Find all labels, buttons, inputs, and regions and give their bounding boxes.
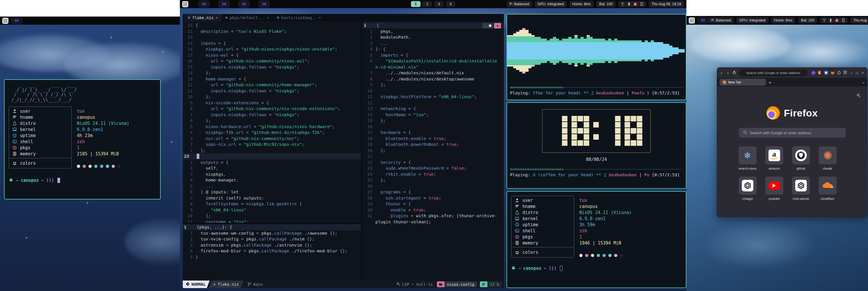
forward-button[interactable]: ›: [726, 70, 730, 75]
lsp-status: LSP ~ null-ls: [396, 282, 433, 287]
reload-button[interactable]: ⥁: [732, 70, 736, 76]
git-branch-indicator: main: [247, 282, 263, 287]
editor-tab-hosts-isoImag-[interactable]: ❄hosts/isoImag..×: [273, 14, 324, 21]
new-tab-button[interactable]: +: [769, 80, 771, 85]
fastfetch-value-shell: zsh: [77, 139, 129, 145]
chevron-down-icon[interactable]: ⌄: [862, 80, 865, 84]
workspace-3[interactable]: 3: [434, 1, 444, 7]
search-input[interactable]: Search with Google or enter address: [739, 128, 846, 138]
bar-clock[interactable]: Thu Aug 08, 18:18: [649, 1, 684, 7]
neovim-window[interactable]: ❄flake.nix×❄pkgs/default...×❄hosts/isoIm…: [183, 14, 504, 288]
shortcut-cloudflare[interactable]: cloudflare: [818, 177, 837, 200]
editor-vertical-split[interactable]: [361, 21, 363, 281]
shortcut-search.nixos[interactable]: ❄search.nixos: [738, 146, 757, 170]
gear-icon[interactable]: [856, 93, 861, 99]
battery-icon[interactable]: [640, 2, 644, 6]
editor-tab-flake-nix[interactable]: ❄flake.nix×: [185, 14, 221, 21]
shell-prompt[interactable]: → canopus ~ ))): [9, 177, 156, 183]
close-button[interactable]: ×: [862, 71, 864, 75]
editor-horizontal-split[interactable]: [183, 223, 361, 224]
extension-icon-home[interactable]: [837, 71, 841, 75]
app-launcher-icon[interactable]: [689, 18, 695, 24]
url-bar[interactable]: Search with Google or enter address: [739, 69, 808, 77]
shortcut-github[interactable]: github: [792, 146, 810, 170]
fastfetch-row: uptime: [12, 133, 68, 139]
code-line: 15 };: [363, 118, 504, 124]
shell-prompt[interactable]: → canopus ~ ))): [511, 265, 682, 271]
fastfetch-value-pkgs: 1: [579, 234, 632, 240]
bar-module[interactable]: Home: 8ms: [569, 1, 594, 7]
extension-icon-shield[interactable]: [824, 71, 828, 75]
code-line: 7 inherit (self) outputs;: [183, 195, 361, 201]
extension-icon-darkreader[interactable]: [818, 71, 822, 75]
wezterm-taskbar-icon[interactable]: $W: [11, 17, 22, 24]
terminal-cava[interactable]: =====================> Playing: ffee for…: [506, 14, 686, 100]
memory-icon: [12, 152, 17, 156]
code-line: 31 plugins = with pkgs.xfce; [thunar-arc…: [363, 213, 504, 219]
wezterm-taskbar-icon[interactable]: $W: [698, 17, 708, 24]
code-line: 2 tux-nvim-config = pkgs.callPackage ./n…: [183, 236, 361, 242]
bar-module[interactable]: Bat: 100: [798, 17, 817, 24]
code-line: 5 ...: [183, 183, 361, 190]
menu-icon[interactable]: [843, 70, 847, 75]
tab-close-icon[interactable]: ×: [267, 16, 270, 20]
editor-tab-pkgs-default-[interactable]: ❄pkgs/default...×: [222, 14, 273, 21]
fastfetch-row: user: [514, 197, 571, 203]
firefox-toolbar: ‹ › ⥁ Search with Google or enter addres…: [717, 68, 867, 78]
fastfetch-row: shell: [514, 228, 571, 234]
wezterm-taskbar-icon[interactable]: $W: [218, 1, 229, 7]
code-line: 10 };: [183, 94, 361, 100]
workspace-1[interactable]: 1: [411, 1, 421, 7]
workspace-4[interactable]: 4: [446, 1, 456, 7]
code-line: 21: [363, 153, 504, 159]
bar-clock[interactable]: Thu Aug 08, 18:39: [850, 17, 868, 24]
code-line: 27 programs = {: [363, 189, 504, 195]
extension-icon-metamask[interactable]: [831, 71, 835, 75]
shortcut-chatgpt[interactable]: chatgpt: [738, 177, 757, 200]
editor-pane-iso[interactable]: 1{1 pkgs,2 modulesPath,3 ...4}: {5 impor…: [363, 22, 504, 286]
wezterm-taskbar-icon[interactable]: $W: [198, 1, 210, 7]
minimize-button[interactable]: –: [850, 71, 852, 75]
fastfetch-label-box: userhnamedistrokerneluptimeshellpkgsmemo…: [9, 107, 72, 169]
tab-new-tab[interactable]: New Tab: [719, 79, 766, 86]
editor-pane-flake[interactable]: 22{21 description = "tux's NixOS Flake";…: [183, 22, 361, 223]
network-icon[interactable]: [822, 18, 826, 22]
wezterm-taskbar-icon[interactable]: $W: [239, 1, 249, 7]
pane-toggle-button[interactable]: [483, 23, 493, 28]
code-line: 6 "${modulesPath}/installer/cd-dvd/insta…: [363, 58, 504, 64]
shortcut-chat.openai[interactable]: chat.openai: [792, 177, 810, 200]
app-launcher-icon[interactable]: [182, 1, 188, 7]
pane-close-button[interactable]: ×: [494, 23, 501, 28]
palette-icon: [514, 250, 520, 255]
shortcut-amazon[interactable]: aamazon: [765, 146, 783, 170]
workspace-2[interactable]: 2: [423, 1, 432, 7]
firefox-window[interactable]: ‹ › ⥁ Search with Google or enter addres…: [717, 67, 867, 217]
tab-close-icon[interactable]: ×: [318, 16, 321, 20]
wezterm-taskbar-icon[interactable]: $W: [258, 1, 270, 7]
fastfetch-row: memory: [514, 240, 571, 246]
code-line: 21 description = "tux's NixOS Flake";: [183, 28, 361, 34]
bluetooth-icon[interactable]: [627, 2, 631, 6]
bar-module[interactable]: P: Balanced: [708, 17, 734, 24]
tab-close-icon[interactable]: ×: [216, 16, 218, 20]
bar-module[interactable]: GPU: Integrated: [535, 1, 566, 7]
shortcut-claude[interactable]: claude: [818, 146, 837, 170]
back-button[interactable]: ‹: [719, 70, 723, 75]
media-icon[interactable]: [835, 18, 839, 22]
bar-module[interactable]: Home: 6ms: [771, 17, 796, 24]
app-launcher-icon[interactable]: [2, 18, 8, 24]
bar-module[interactable]: P: Balanced: [507, 1, 532, 7]
media-icon[interactable]: [633, 2, 638, 6]
shortcut-youtube[interactable]: youtube: [765, 177, 783, 200]
terminal-fastfetch-right[interactable]: userhnamedistrokerneluptimeshellpkgsmemo…: [506, 191, 686, 288]
maximize-button[interactable]: □: [856, 71, 858, 75]
network-icon[interactable]: [621, 2, 625, 6]
terminal-fastfetch-left[interactable]: _ ___ ____ ____ / |/ (_)_ __/ __ \/ __/ …: [4, 79, 161, 200]
battery-icon[interactable]: [841, 18, 845, 22]
bluetooth-icon[interactable]: [829, 18, 833, 22]
extension-icon-diamond[interactable]: [812, 71, 815, 75]
bar-module[interactable]: GPU: Integrated: [736, 17, 768, 24]
terminal-clock[interactable]: 08/08/24 =====================> Playing:…: [506, 102, 686, 189]
editor-pane-default[interactable]: 1{pkgs, ...}: {1 tux-awesome-wm-config =…: [183, 224, 361, 286]
bar-module[interactable]: Bat: 100: [596, 1, 616, 7]
